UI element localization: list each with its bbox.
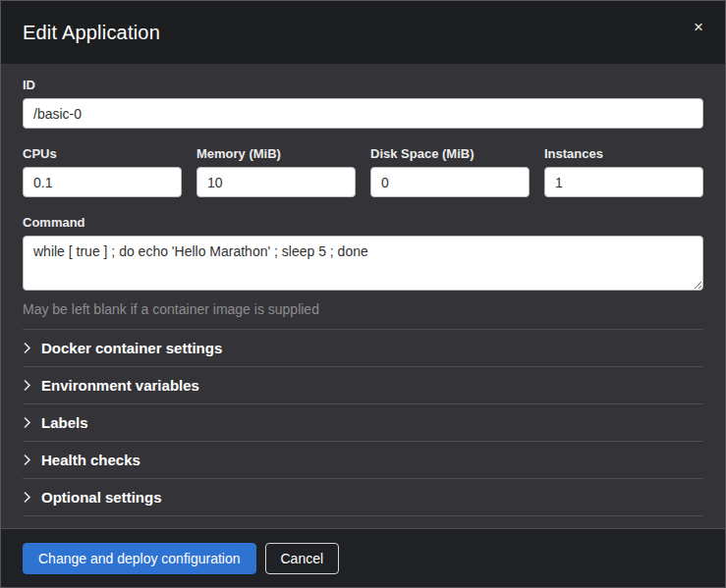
chevron-right-icon <box>23 454 31 466</box>
modal-footer: Change and deploy configuration Cancel <box>1 528 725 587</box>
disk-label: Disk Space (MiB) <box>370 146 530 161</box>
instances-field-group: Instances <box>544 146 703 197</box>
modal-header: Edit Application × <box>1 1 725 64</box>
section-environment-variables[interactable]: Environment variables <box>23 367 703 404</box>
cpus-input[interactable] <box>23 167 182 197</box>
section-label: Health checks <box>41 452 140 468</box>
instances-label: Instances <box>544 146 703 161</box>
command-field-group: Command while [ true ] ; do echo 'Hello … <box>23 215 703 317</box>
memory-field-group: Memory (MiB) <box>196 146 356 197</box>
disk-input[interactable] <box>370 167 530 197</box>
chevron-right-icon <box>23 342 31 354</box>
disk-field-group: Disk Space (MiB) <box>370 146 530 197</box>
id-label: ID <box>23 78 703 92</box>
modal-body: ID CPUs Memory (MiB) Disk Space (MiB) In… <box>1 64 725 528</box>
close-icon[interactable]: × <box>694 19 703 35</box>
cpus-label: CPUs <box>23 146 182 161</box>
section-health-checks[interactable]: Health checks <box>23 442 703 479</box>
resources-row: CPUs Memory (MiB) Disk Space (MiB) Insta… <box>23 146 703 197</box>
chevron-right-icon <box>23 379 31 392</box>
edit-application-modal: Edit Application × ID CPUs Memory (MiB) … <box>0 0 726 588</box>
chevron-right-icon <box>23 416 31 429</box>
section-label: Optional settings <box>41 489 162 506</box>
chevron-right-icon <box>23 491 31 504</box>
instances-input[interactable] <box>544 167 703 197</box>
id-input[interactable] <box>23 98 703 129</box>
cancel-button[interactable]: Cancel <box>265 543 340 574</box>
section-label: Labels <box>41 414 88 431</box>
cpus-field-group: CPUs <box>23 146 182 197</box>
page-title: Edit Application <box>23 22 160 44</box>
section-optional-settings[interactable]: Optional settings <box>23 479 703 516</box>
change-and-deploy-button[interactable]: Change and deploy configuration <box>23 543 256 574</box>
command-label: Command <box>23 215 703 230</box>
memory-label: Memory (MiB) <box>196 146 356 161</box>
section-label: Docker container settings <box>41 340 222 356</box>
memory-input[interactable] <box>196 167 356 197</box>
command-help-text: May be left blank if a container image i… <box>23 301 703 317</box>
id-field-group: ID <box>23 78 703 129</box>
section-labels[interactable]: Labels <box>23 404 703 442</box>
section-label: Environment variables <box>41 377 199 394</box>
section-docker-container-settings[interactable]: Docker container settings <box>23 330 703 367</box>
accordion-sections: Docker container settings Environment va… <box>23 329 703 516</box>
command-textarea[interactable]: while [ true ] ; do echo 'Hello Marathon… <box>23 236 703 291</box>
